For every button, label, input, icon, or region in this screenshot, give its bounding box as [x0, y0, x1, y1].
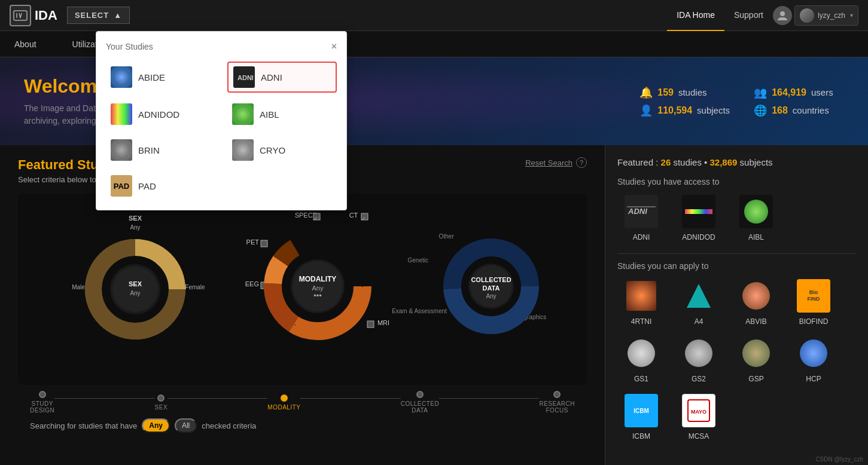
sex-label: SEX — [155, 404, 168, 411]
study-name-mcsa: MCSA — [689, 432, 709, 440]
nav-right-group: IDA Home Support lyzy_czh ▾ — [667, 0, 858, 31]
svg-text:EEG: EEG — [245, 280, 258, 287]
dropdown-item-abide[interactable]: ABIDE — [106, 62, 215, 93]
study-name-gsp: GSP — [748, 375, 763, 383]
toggle-all-button[interactable]: All — [175, 418, 197, 433]
reset-search-button[interactable]: Reset Search — [525, 158, 572, 167]
study-item-gs2[interactable]: GS2 — [675, 335, 723, 383]
research-dot — [553, 391, 561, 398]
svg-text:Male: Male — [72, 284, 85, 290]
username-text: lyzy_czh — [818, 11, 845, 20]
study-item-gsp[interactable]: GSP — [732, 335, 780, 383]
study-item-mcsa[interactable]: MAYO MCSA — [675, 393, 723, 440]
dropdown-item-aibl[interactable]: AIBL — [227, 100, 337, 129]
study-item-hcp[interactable]: HCP — [790, 335, 837, 383]
stat-studies: 🔔 159 studies — [639, 86, 730, 99]
svg-text:MRI: MRI — [377, 319, 389, 326]
watermark: CSDN @lyzy_czh — [815, 456, 863, 463]
study-logo-4rtni — [623, 278, 659, 314]
svg-text:✓: ✓ — [361, 216, 366, 222]
study-name-hcp: HCP — [806, 375, 821, 383]
help-icon[interactable]: ? — [576, 157, 587, 168]
logo-icon — [10, 5, 31, 26]
dropdown-label-pad: PAD — [138, 181, 156, 191]
dropdown-close-button[interactable]: × — [331, 41, 337, 52]
select-label: SELECT — [75, 11, 109, 20]
apply-section-title: Studies you can apply to — [617, 261, 856, 271]
svg-text:Female: Female — [185, 284, 205, 290]
filter-bar: STUDY DESIGN SEX MODALITY COLLECTED DATA… — [18, 391, 587, 414]
study-name-abvib: ABVIB — [745, 317, 766, 326]
top-nav: IDA SELECT ▲ IDA Home Support lyzy_czh ▾ — [0, 0, 868, 31]
svg-text:DATA: DATA — [482, 284, 500, 292]
dropdown-item-adnidod[interactable]: ADNIDOD — [106, 100, 215, 129]
study-name-gs2: GS2 — [692, 375, 706, 383]
modality-dot — [281, 394, 288, 402]
studies-icon: 🔔 — [639, 86, 653, 99]
svg-text:MAYO: MAYO — [691, 409, 706, 415]
user-badge-text: lyzy_czh — [800, 8, 845, 23]
featured-header: Featured : 26 studies • 32,869 subjects — [617, 157, 856, 167]
logo[interactable]: IDA — [10, 5, 57, 26]
study-item-icbm[interactable]: ICBM ICBM — [617, 393, 665, 440]
users-icon: 👥 — [754, 86, 767, 99]
study-item-aibl[interactable]: AIBL — [732, 194, 780, 241]
filter-step-sex[interactable]: SEX — [155, 394, 168, 411]
study-item-adni[interactable]: ADNI ADNI — [617, 194, 665, 241]
study-item-adnidod[interactable]: ADNIDOD — [675, 194, 723, 241]
svg-text:ADNI: ADNI — [237, 74, 253, 81]
any-all-toggle: Searching for studies that have Any All … — [18, 418, 587, 433]
hero-stats: 🔔 159 studies 👥 164,919 users 👤 110,594 … — [639, 86, 844, 117]
filter-step-research[interactable]: RESEARCH FOCUS — [539, 391, 575, 414]
collected-dot — [416, 391, 424, 398]
filter-line-1 — [54, 398, 154, 399]
study-item-biofind[interactable]: BioFIND BIOFIND — [790, 278, 837, 326]
select-dropdown[interactable]: SELECT ▲ — [67, 7, 130, 24]
study-name-a4: A4 — [695, 317, 703, 326]
study-logo-gs1 — [623, 335, 659, 371]
nav-link-ida-home[interactable]: IDA Home — [667, 0, 724, 31]
dropdown-panel: Your Studies × ABIDE ADNI — [96, 31, 347, 210]
filter-line-4 — [439, 398, 539, 399]
account-icon[interactable] — [773, 6, 792, 25]
dropdown-item-adni[interactable]: ADNI ADNI — [227, 62, 337, 93]
user-badge[interactable]: lyzy_czh ▾ — [794, 5, 858, 26]
study-item-gs1[interactable]: GS1 — [617, 335, 665, 383]
study-name-gs1: GS1 — [634, 375, 648, 383]
study-logo-biofind: BioFIND — [796, 278, 832, 314]
dropdown-label-brin: BRIN — [138, 145, 160, 155]
dropdown-logo-brin — [111, 139, 132, 161]
sub-nav-about[interactable]: About — [14, 37, 36, 51]
dropdown-title: Your Studies — [106, 42, 153, 51]
study-logo-mcsa: MAYO — [681, 393, 717, 429]
study-logo-icbm: ICBM — [623, 393, 659, 429]
dropdown-item-brin[interactable]: BRIN — [106, 136, 215, 164]
filter-step-collected[interactable]: COLLECTED DATA — [401, 391, 440, 414]
study-item-abvib[interactable]: ABVIB — [732, 278, 780, 326]
dropdown-logo-adnidod — [111, 103, 132, 125]
filter-line-3 — [300, 398, 400, 399]
svg-rect-23 — [367, 321, 374, 328]
svg-text:Any: Any — [486, 293, 496, 299]
filter-step-study-design[interactable]: STUDY DESIGN — [30, 391, 54, 414]
collected-label: COLLECTED DATA — [401, 400, 440, 414]
search-text: Searching for studies that have — [30, 421, 137, 430]
nav-link-support[interactable]: Support — [724, 0, 773, 31]
svg-rect-0 — [14, 11, 27, 20]
filter-step-modality[interactable]: MODALITY — [267, 394, 300, 411]
toggle-any-button[interactable]: Any — [142, 418, 170, 433]
study-logo-hcp — [796, 335, 832, 371]
dropdown-item-pad[interactable]: PAD PAD — [106, 172, 215, 200]
svg-point-7 — [112, 267, 158, 312]
study-logo-adni: ADNI — [623, 194, 659, 230]
dropdown-logo-cryo — [232, 139, 254, 161]
stat-countries: 🌐 168 countries — [754, 104, 844, 117]
study-item-a4[interactable]: A4 — [675, 278, 723, 326]
dropdown-label-abide: ABIDE — [138, 72, 165, 82]
dropdown-logo-abide — [111, 66, 132, 88]
svg-text:COLLECTED: COLLECTED — [471, 276, 511, 283]
filter-line-2 — [167, 398, 267, 399]
dropdown-item-cryo[interactable]: CRYO — [227, 136, 337, 164]
study-item-4rtni[interactable]: 4RTNI — [617, 278, 665, 326]
dropdown-header: Your Studies × — [106, 41, 337, 52]
